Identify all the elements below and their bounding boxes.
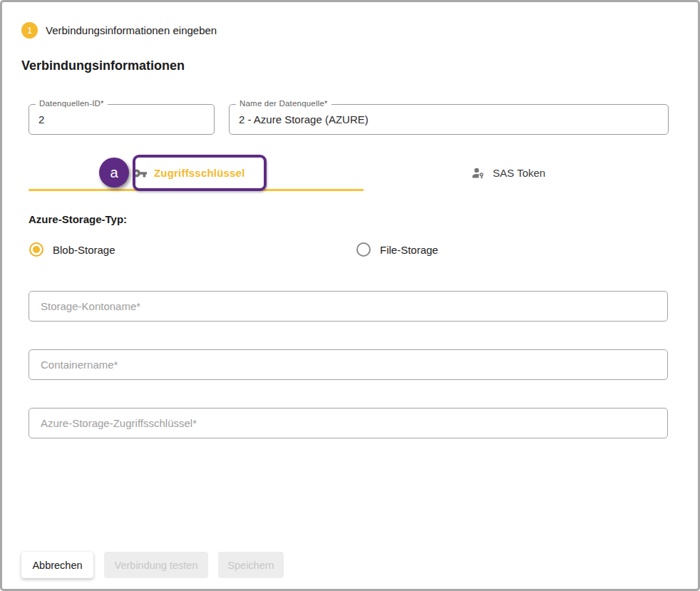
user-key-icon: [470, 165, 486, 181]
datasource-name-field[interactable]: Name der Datenquelle*: [229, 104, 669, 135]
datasource-id-input[interactable]: [29, 105, 214, 134]
datasource-name-input[interactable]: [230, 105, 668, 134]
connection-dialog: 1 Verbindungsinformationen eingeben Verb…: [0, 0, 700, 591]
step-number-badge: 1: [21, 22, 38, 38]
storage-account-field[interactable]: [29, 291, 668, 322]
tab-sas-token-label: SAS Token: [493, 167, 545, 179]
blob-storage-label: Blob-Storage: [53, 244, 115, 256]
file-storage-label: File-Storage: [380, 244, 438, 256]
access-key-field[interactable]: [29, 408, 668, 438]
save-button[interactable]: Speichern: [218, 552, 284, 578]
container-name-field[interactable]: [29, 349, 668, 380]
radio-option-blob-storage[interactable]: Blob-Storage: [29, 242, 115, 257]
datasource-id-field[interactable]: Datenquellen-ID*: [29, 104, 215, 135]
stepper: 1 Verbindungsinformationen eingeben: [21, 22, 217, 38]
storage-account-input[interactable]: [29, 292, 667, 321]
annotation-marker-a: a: [99, 158, 129, 187]
access-key-input[interactable]: [29, 408, 667, 438]
test-connection-button[interactable]: Verbindung testen: [104, 552, 208, 578]
blob-storage-radio[interactable]: [29, 242, 43, 257]
cancel-button[interactable]: Abbrechen: [21, 552, 93, 578]
radio-option-file-storage[interactable]: File-Storage: [356, 242, 438, 257]
tab-zugriffsschluessel[interactable]: Zugriffsschlüssel: [29, 155, 349, 190]
storage-type-label: Azure-Storage-Typ:: [29, 213, 127, 225]
page-title: Verbindungsinformationen: [21, 58, 185, 73]
container-name-input[interactable]: [29, 350, 667, 379]
file-storage-radio[interactable]: [356, 242, 371, 257]
tab-sas-token[interactable]: SAS Token: [349, 155, 669, 190]
key-icon: [132, 165, 148, 181]
step-label: Verbindungsinformationen eingeben: [46, 24, 217, 36]
active-tab-indicator: [29, 189, 364, 191]
tab-zugriffsschluessel-label: Zugriffsschlüssel: [154, 167, 245, 179]
